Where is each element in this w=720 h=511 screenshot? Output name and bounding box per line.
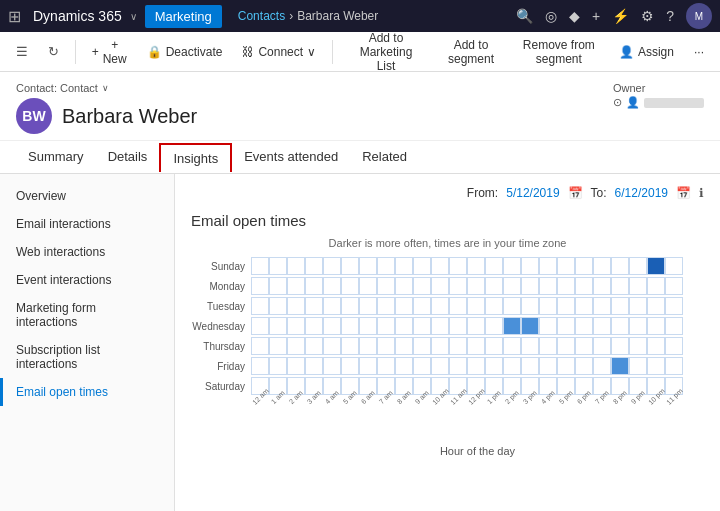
app-name: Dynamics 365 [33, 8, 122, 24]
tab-details[interactable]: Details [96, 141, 160, 174]
heatmap-cell [629, 357, 647, 375]
more-button[interactable]: ··· [686, 41, 712, 63]
heatmap-cell [611, 357, 629, 375]
menu-button[interactable]: ☰ [8, 40, 36, 63]
from-label: From: [467, 186, 498, 200]
heatmap-cell [665, 257, 683, 275]
heatmap-row: Monday [191, 277, 704, 295]
from-date[interactable]: 5/12/2019 [506, 186, 559, 200]
to-calendar-icon[interactable]: 📅 [676, 186, 691, 200]
row-label: Tuesday [191, 301, 251, 312]
heatmap-cell [665, 317, 683, 335]
heatmap: SundayMondayTuesdayWednesdayThursdayFrid… [191, 257, 704, 421]
heatmap-cell [305, 257, 323, 275]
new-button[interactable]: + + New [84, 34, 135, 70]
heatmap-cell [557, 257, 575, 275]
info-icon[interactable]: ℹ [699, 186, 704, 200]
heatmap-cell [395, 317, 413, 335]
heatmap-cell [341, 297, 359, 315]
heatmap-cell [287, 337, 305, 355]
heatmap-row: Thursday [191, 337, 704, 355]
heatmap-cell [251, 277, 269, 295]
connect-button[interactable]: ⛓ Connect ∨ [234, 41, 324, 63]
heatmap-cell [647, 297, 665, 315]
nav-web-interactions[interactable]: Web interactions [0, 238, 174, 266]
heatmap-cell [269, 357, 287, 375]
location-icon[interactable]: ◆ [569, 8, 580, 24]
tab-related[interactable]: Related [350, 141, 419, 174]
grid-icon[interactable]: ⊞ [8, 7, 21, 26]
help-icon[interactable]: ? [666, 8, 674, 24]
heatmap-cell [377, 317, 395, 335]
heatmap-cell [359, 277, 377, 295]
nav-marketing-form[interactable]: Marketing form interactions [0, 294, 174, 336]
heatmap-cell [413, 337, 431, 355]
heatmap-cell [557, 297, 575, 315]
heatmap-cell [485, 277, 503, 295]
heatmap-cell [359, 317, 377, 335]
nav-email-interactions[interactable]: Email interactions [0, 210, 174, 238]
filter-icon[interactable]: ⚡ [612, 8, 629, 24]
heatmap-cell [575, 357, 593, 375]
connect-icon: ⛓ [242, 45, 254, 59]
nav-email-open-times[interactable]: Email open times [0, 378, 174, 406]
assign-icon: 👤 [619, 45, 634, 59]
heatmap-cell [269, 337, 287, 355]
add-marketing-list-button[interactable]: Add to Marketing List [341, 27, 431, 77]
heatmap-cell [467, 357, 485, 375]
separator [75, 40, 76, 64]
heatmap-cell [431, 297, 449, 315]
nav-overview[interactable]: Overview [0, 182, 174, 210]
owner-section: Owner ⊙ 👤 [613, 82, 704, 109]
breadcrumb-contacts[interactable]: Contacts [238, 9, 285, 23]
insights-content: Overview Email interactions Web interact… [0, 174, 720, 511]
heatmap-cell [323, 277, 341, 295]
heatmap-cell [521, 357, 539, 375]
heatmap-cell [269, 257, 287, 275]
module-name[interactable]: Marketing [145, 5, 222, 28]
heatmap-cell [449, 317, 467, 335]
heatmap-cell [647, 277, 665, 295]
tab-summary[interactable]: Summary [16, 141, 96, 174]
assign-button[interactable]: 👤 Assign [611, 41, 682, 63]
heatmap-cell [557, 337, 575, 355]
refresh-icon: ↻ [48, 44, 59, 59]
to-date[interactable]: 6/12/2019 [615, 186, 668, 200]
heatmap-cell [629, 317, 647, 335]
heatmap-cell [287, 317, 305, 335]
contact-header: Contact: Contact ∨ BW Barbara Weber Owne… [0, 72, 720, 141]
remove-segment-button[interactable]: Remove from segment [511, 34, 607, 70]
deactivate-button[interactable]: 🔒 Deactivate [139, 41, 231, 63]
heatmap-cell [467, 257, 485, 275]
new-icon: + [92, 45, 99, 59]
heatmap-cell [647, 317, 665, 335]
search-icon[interactable]: 🔍 [516, 8, 533, 24]
user-avatar[interactable]: M [686, 3, 712, 29]
refresh-button[interactable]: ↻ [40, 40, 67, 63]
heatmap-cell [557, 357, 575, 375]
heatmap-cell [413, 277, 431, 295]
heatmap-cell [539, 317, 557, 335]
target-icon[interactable]: ◎ [545, 8, 557, 24]
chart-area: From: 5/12/2019 📅 To: 6/12/2019 📅 ℹ Emai… [175, 174, 720, 511]
from-calendar-icon[interactable]: 📅 [568, 186, 583, 200]
heatmap-cell [539, 297, 557, 315]
settings-icon[interactable]: ⚙ [641, 8, 654, 24]
heatmap-cell [629, 257, 647, 275]
type-chevron-icon[interactable]: ∨ [102, 83, 109, 93]
nav-event-interactions[interactable]: Event interactions [0, 266, 174, 294]
heatmap-cell [269, 297, 287, 315]
heatmap-cell [593, 297, 611, 315]
tab-insights[interactable]: Insights [159, 143, 232, 172]
plus-icon[interactable]: + [592, 8, 600, 24]
heatmap-cell [539, 257, 557, 275]
heatmap-cell [593, 317, 611, 335]
tab-events-attended[interactable]: Events attended [232, 141, 350, 174]
nav-actions: 🔍 ◎ ◆ + ⚡ ⚙ ? M [516, 3, 712, 29]
nav-subscription-list[interactable]: Subscription list interactions [0, 336, 174, 378]
heatmap-cell [629, 337, 647, 355]
heatmap-cell [449, 297, 467, 315]
heatmap-cell [665, 277, 683, 295]
add-segment-button[interactable]: Add to segment [435, 34, 507, 70]
heatmap-cell [377, 257, 395, 275]
